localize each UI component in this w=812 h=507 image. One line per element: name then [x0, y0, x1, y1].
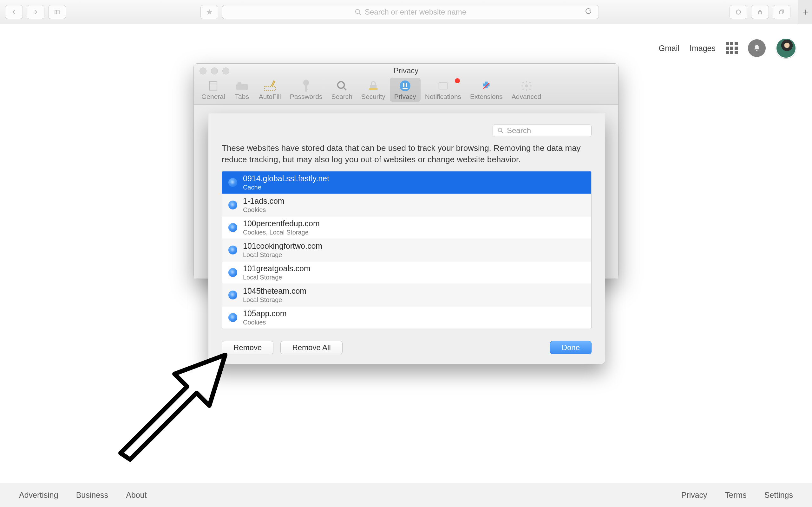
reload-icon[interactable] — [585, 7, 592, 17]
tab-autofill[interactable]: AutoFill — [254, 78, 286, 102]
google-apps-icon[interactable] — [726, 42, 738, 54]
svg-line-4 — [359, 13, 361, 14]
svg-point-17 — [338, 82, 344, 89]
svg-rect-13 — [264, 87, 275, 90]
tab-general[interactable]: General — [197, 78, 230, 102]
remove-button[interactable]: Remove — [222, 341, 273, 354]
search-icon — [497, 127, 504, 134]
site-detail: Local Storage — [243, 296, 306, 303]
site-row[interactable]: 0914.global.ssl.fastly.net Cache — [222, 171, 591, 194]
website-data-sheet: Search These websites have stored data t… — [208, 113, 605, 364]
extensions-icon — [478, 79, 494, 92]
site-detail: Cookies — [243, 206, 285, 214]
svg-line-29 — [502, 131, 503, 133]
site-domain: 101cookingfortwo.com — [243, 241, 322, 250]
autofill-icon — [262, 79, 278, 92]
site-domain: 1045theteam.com — [243, 286, 306, 296]
site-row[interactable]: 100percentfedup.com Cookies, Local Stora… — [222, 216, 591, 239]
tab-tabs[interactable]: Tabs — [230, 78, 254, 102]
site-detail: Cookies — [243, 319, 287, 326]
svg-rect-25 — [439, 83, 447, 89]
svg-rect-0 — [55, 10, 59, 14]
site-domain: 0914.global.ssl.fastly.net — [243, 174, 329, 183]
svg-rect-22 — [403, 83, 404, 87]
advanced-icon — [519, 79, 535, 92]
site-detail: Local Storage — [243, 251, 322, 259]
share-button[interactable] — [751, 5, 769, 19]
window-title: Privacy — [394, 66, 419, 75]
forward-button[interactable] — [27, 5, 44, 19]
security-icon — [365, 79, 381, 92]
google-footer: Advertising Business About Privacy Terms… — [0, 483, 812, 507]
general-icon — [205, 79, 221, 92]
site-row[interactable]: 101cookingfortwo.com Local Storage — [222, 239, 591, 262]
globe-icon — [229, 313, 237, 322]
svg-point-3 — [356, 9, 360, 13]
images-link[interactable]: Images — [690, 44, 716, 53]
sheet-description: These websites have stored data that can… — [222, 137, 592, 165]
site-row[interactable]: 101greatgoals.com Local Storage — [222, 262, 591, 284]
favorites-button[interactable] — [200, 5, 218, 19]
tab-passwords[interactable]: Passwords — [286, 78, 327, 102]
svg-rect-8 — [780, 11, 783, 14]
tab-security[interactable]: Security — [357, 78, 390, 102]
back-button[interactable] — [5, 5, 23, 19]
new-tab-button[interactable]: ＋ — [798, 0, 812, 24]
svg-rect-12 — [238, 82, 241, 85]
google-header: Gmail Images — [659, 38, 796, 58]
site-domain: 100percentfedup.com — [243, 219, 320, 228]
footer-terms[interactable]: Terms — [725, 491, 747, 500]
preferences-titlebar: Privacy — [194, 64, 618, 78]
downloads-button[interactable] — [729, 5, 747, 19]
footer-privacy[interactable]: Privacy — [681, 491, 707, 500]
url-placeholder: Search or enter website name — [365, 8, 466, 16]
tab-privacy[interactable]: Privacy — [390, 78, 420, 102]
avatar[interactable] — [776, 38, 796, 58]
safari-toolbar: Search or enter website name ＋ — [0, 0, 812, 24]
svg-rect-15 — [305, 85, 307, 92]
svg-point-27 — [525, 84, 528, 88]
globe-icon — [229, 268, 237, 277]
svg-rect-20 — [369, 89, 377, 90]
tab-search[interactable]: Search — [327, 78, 357, 102]
annotation-arrow — [108, 349, 229, 463]
site-detail: Cookies, Local Storage — [243, 229, 320, 236]
globe-icon — [229, 178, 237, 187]
url-input[interactable]: Search or enter website name — [222, 5, 599, 19]
tabs-button[interactable] — [773, 5, 791, 19]
svg-rect-23 — [406, 83, 407, 87]
site-row[interactable]: 105app.com Cookies — [222, 306, 591, 329]
footer-business[interactable]: Business — [76, 491, 108, 500]
website-data-list[interactable]: 0914.global.ssl.fastly.net Cache 1-1ads.… — [222, 171, 592, 329]
site-domain: 105app.com — [243, 309, 287, 318]
sheet-search-input[interactable]: Search — [493, 124, 592, 137]
site-domain: 1-1ads.com — [243, 196, 285, 206]
sheet-search-placeholder: Search — [507, 126, 531, 135]
site-detail: Local Storage — [243, 274, 310, 281]
gmail-link[interactable]: Gmail — [659, 44, 679, 53]
remove-all-button[interactable]: Remove All — [281, 341, 342, 354]
globe-icon — [229, 201, 237, 210]
tab-notifications[interactable]: Notifications — [420, 78, 466, 102]
site-row[interactable]: 1-1ads.com Cookies — [222, 194, 591, 216]
svg-rect-24 — [403, 88, 408, 89]
svg-point-14 — [303, 79, 309, 86]
notifications-icon[interactable] — [748, 39, 766, 57]
svg-point-21 — [400, 80, 410, 91]
tab-advanced[interactable]: Advanced — [507, 78, 546, 102]
tab-extensions[interactable]: Extensions — [466, 78, 507, 102]
privacy-icon — [397, 79, 413, 92]
done-button[interactable]: Done — [550, 341, 592, 354]
svg-marker-2 — [206, 9, 212, 14]
site-detail: Cache — [243, 184, 329, 191]
sidebar-toggle-button[interactable] — [48, 5, 66, 19]
footer-settings[interactable]: Settings — [764, 491, 793, 500]
globe-icon — [229, 291, 237, 299]
window-traffic-lights[interactable] — [200, 67, 229, 74]
tabs-icon — [234, 79, 250, 92]
svg-line-18 — [343, 88, 346, 90]
site-row[interactable]: 1045theteam.com Local Storage — [222, 284, 591, 306]
svg-rect-11 — [236, 84, 248, 90]
footer-advertising[interactable]: Advertising — [19, 491, 58, 500]
footer-about[interactable]: About — [126, 491, 147, 500]
